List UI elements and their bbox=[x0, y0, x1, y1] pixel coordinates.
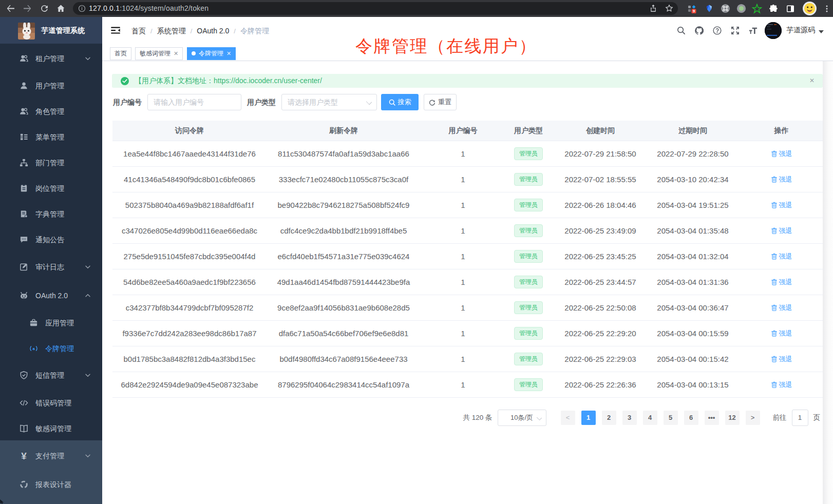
svg-text:9: 9 bbox=[693, 9, 695, 13]
svg-text:a: a bbox=[32, 346, 35, 351]
